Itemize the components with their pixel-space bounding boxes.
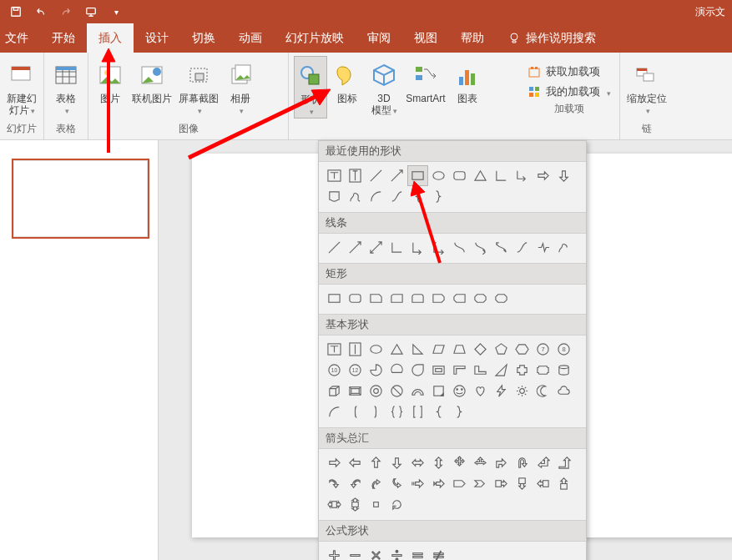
arrow-notched[interactable] xyxy=(428,473,449,494)
basic-heptagon[interactable]: 7 xyxy=(533,339,553,360)
shape-brace-right[interactable] xyxy=(428,186,449,207)
basic-brace-pair[interactable] xyxy=(386,401,407,422)
line-curve3[interactable] xyxy=(491,237,512,258)
tab-home[interactable]: 开始 xyxy=(40,23,87,53)
smartart-button[interactable]: SmartArt xyxy=(404,56,447,104)
arrow-callout-lr[interactable] xyxy=(324,494,345,515)
basic-cloud[interactable] xyxy=(553,381,574,401)
tab-animations[interactable]: 动画 xyxy=(227,23,274,53)
basic-bracket-l[interactable] xyxy=(345,401,366,422)
shapes-button[interactable]: 形状 xyxy=(294,56,327,119)
eq-plus[interactable] xyxy=(324,545,345,560)
screenshot-button[interactable]: 屏幕截图 xyxy=(177,56,220,117)
basic-diag[interactable] xyxy=(491,360,512,381)
rect-9[interactable] xyxy=(491,288,512,309)
line-elbow-arrow[interactable] xyxy=(407,237,428,258)
shape-oval[interactable] xyxy=(428,165,449,186)
shape-arrow-line[interactable] xyxy=(386,165,407,186)
basic-frame[interactable] xyxy=(428,360,449,381)
online-pictures-button[interactable]: 联机图片 xyxy=(130,56,174,104)
basic-triangle[interactable] xyxy=(386,339,407,360)
basic-sun[interactable] xyxy=(512,381,533,401)
rect-3[interactable] xyxy=(366,288,386,309)
basic-textbox[interactable] xyxy=(324,339,345,360)
basic-half-frame[interactable] xyxy=(449,360,470,381)
3d-model-button[interactable]: 3D 模型 xyxy=(367,56,401,117)
arrow-striped[interactable] xyxy=(407,473,428,494)
eq-multiply[interactable] xyxy=(366,545,386,560)
basic-chord[interactable] xyxy=(386,360,407,381)
qat-customize-icon[interactable]: ▾ xyxy=(105,2,127,22)
basic-bevel[interactable] xyxy=(345,381,366,401)
arrow-left[interactable] xyxy=(345,452,366,473)
table-button[interactable]: 表格 xyxy=(49,56,83,117)
icons-button[interactable]: 图标 xyxy=(331,56,364,104)
line-double-arrow[interactable] xyxy=(366,237,386,258)
arrow-quad[interactable] xyxy=(449,452,470,473)
basic-heart[interactable] xyxy=(470,381,491,401)
arrow-updown[interactable] xyxy=(428,452,449,473)
basic-diamond[interactable] xyxy=(470,339,491,360)
arrow-bentup[interactable] xyxy=(553,452,574,473)
eq-divide[interactable] xyxy=(386,545,407,560)
basic-oval[interactable] xyxy=(366,339,386,360)
tell-me-search[interactable]: 操作说明搜索 xyxy=(496,23,596,53)
eq-minus[interactable] xyxy=(345,545,366,560)
rect-1[interactable] xyxy=(324,288,345,309)
basic-cross[interactable] xyxy=(512,360,533,381)
tab-view[interactable]: 视图 xyxy=(402,23,449,53)
arrow-pentagon[interactable] xyxy=(449,473,470,494)
basic-block-arc[interactable] xyxy=(407,381,428,401)
undo-icon[interactable] xyxy=(30,2,52,22)
line-scribble[interactable] xyxy=(553,237,574,258)
shape-rounded-rect[interactable] xyxy=(449,165,470,186)
basic-cube[interactable] xyxy=(324,381,345,401)
basic-textbox-v[interactable] xyxy=(345,339,366,360)
basic-decagon[interactable]: 10 xyxy=(324,360,345,381)
shape-right-arrow[interactable] xyxy=(533,165,553,186)
tab-transitions[interactable]: 切换 xyxy=(180,23,227,53)
shape-brace-left[interactable] xyxy=(407,186,428,207)
basic-parallelogram[interactable] xyxy=(428,339,449,360)
line-freeform2[interactable] xyxy=(533,237,553,258)
pictures-button[interactable]: 图片 xyxy=(93,56,127,104)
basic-moon[interactable] xyxy=(533,381,553,401)
arrow-down[interactable] xyxy=(386,452,407,473)
arrow-leftright[interactable] xyxy=(407,452,428,473)
arrow-circular[interactable] xyxy=(386,494,407,515)
arrow-callout-quad[interactable] xyxy=(366,494,386,515)
arrow-callout-u[interactable] xyxy=(553,473,574,494)
new-slide-button[interactable]: 新建幻灯片 xyxy=(5,56,38,117)
basic-teardrop[interactable] xyxy=(407,360,428,381)
line-freeform1[interactable] xyxy=(512,237,533,258)
basic-no[interactable] xyxy=(386,381,407,401)
shape-flowchart-doc[interactable] xyxy=(324,186,345,207)
slide-thumbnail-1[interactable] xyxy=(12,159,149,239)
zoom-button[interactable]: 缩放定位 xyxy=(625,56,669,117)
arrow-leftup[interactable] xyxy=(533,452,553,473)
chart-button[interactable]: 图表 xyxy=(451,56,484,104)
shape-rectangle[interactable] xyxy=(407,165,428,186)
basic-right-triangle[interactable] xyxy=(407,339,428,360)
shape-freeform[interactable] xyxy=(345,186,366,207)
basic-plaque[interactable] xyxy=(533,360,553,381)
basic-dodecagon[interactable]: 12 xyxy=(345,360,366,381)
tab-review[interactable]: 审阅 xyxy=(356,23,402,53)
basic-folded[interactable] xyxy=(428,381,449,401)
arrow-callout-r[interactable] xyxy=(491,473,512,494)
arrow-up[interactable] xyxy=(366,452,386,473)
line-arrow[interactable] xyxy=(345,237,366,258)
arrow-right[interactable] xyxy=(324,452,345,473)
rect-5[interactable] xyxy=(407,288,428,309)
rect-6[interactable] xyxy=(428,288,449,309)
basic-trapezoid[interactable] xyxy=(449,339,470,360)
basic-donut[interactable] xyxy=(366,381,386,401)
arrow-curved-l[interactable] xyxy=(345,473,366,494)
shape-textbox-vertical[interactable] xyxy=(345,165,366,186)
arrow-callout-ud[interactable] xyxy=(345,494,366,515)
get-addins-button[interactable]: 获取加载项 xyxy=(528,64,611,79)
album-button[interactable]: 相册 xyxy=(224,56,257,117)
slide-thumbnail-panel[interactable] xyxy=(0,140,159,560)
basic-can[interactable] xyxy=(553,360,574,381)
tab-slideshow[interactable]: 幻灯片放映 xyxy=(274,23,356,53)
